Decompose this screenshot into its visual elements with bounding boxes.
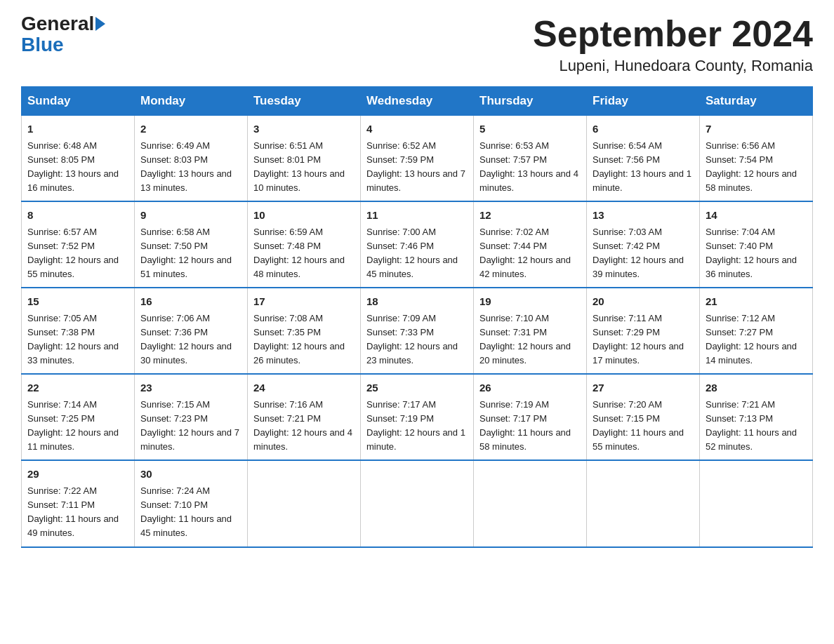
day-number: 18 [366,294,468,310]
calendar-cell: 16Sunrise: 7:06 AMSunset: 7:36 PMDayligh… [135,288,248,374]
day-info: Sunrise: 7:22 AMSunset: 7:11 PMDaylight:… [27,484,128,541]
day-info: Sunrise: 6:58 AMSunset: 7:50 PMDaylight:… [140,225,241,282]
logo-arrow-icon [95,17,105,31]
day-number: 16 [140,294,241,310]
day-number: 7 [706,121,807,137]
calendar-cell: 6Sunrise: 6:54 AMSunset: 7:56 PMDaylight… [587,116,700,202]
day-number: 10 [253,208,355,224]
calendar-cell: 22Sunrise: 7:14 AMSunset: 7:25 PMDayligh… [22,374,135,460]
day-info: Sunrise: 6:54 AMSunset: 7:56 PMDaylight:… [593,139,694,196]
day-info: Sunrise: 7:09 AMSunset: 7:33 PMDaylight:… [366,311,468,368]
calendar-cell: 11Sunrise: 7:00 AMSunset: 7:46 PMDayligh… [361,201,474,288]
calendar-cell: 5Sunrise: 6:53 AMSunset: 7:57 PMDaylight… [474,116,587,202]
day-info: Sunrise: 7:17 AMSunset: 7:19 PMDaylight:… [366,398,468,455]
calendar-cell: 19Sunrise: 7:10 AMSunset: 7:31 PMDayligh… [474,288,587,374]
day-info: Sunrise: 6:48 AMSunset: 8:05 PMDaylight:… [27,139,128,196]
day-number: 1 [27,121,128,137]
page-header: General Blue September 2024 Lupeni, Hune… [21,14,813,75]
header-wednesday: Wednesday [361,87,474,116]
calendar-cell: 3Sunrise: 6:51 AMSunset: 8:01 PMDaylight… [248,116,361,202]
calendar-cell: 2Sunrise: 6:49 AMSunset: 8:03 PMDaylight… [135,116,248,202]
calendar-cell: 23Sunrise: 7:15 AMSunset: 7:23 PMDayligh… [135,374,248,460]
day-number: 28 [706,380,807,396]
calendar-cell: 9Sunrise: 6:58 AMSunset: 7:50 PMDaylight… [135,201,248,288]
calendar-header-row: SundayMondayTuesdayWednesdayThursdayFrid… [22,87,813,116]
day-number: 8 [27,208,128,224]
calendar-cell: 26Sunrise: 7:19 AMSunset: 7:17 PMDayligh… [474,374,587,460]
day-number: 23 [140,380,241,396]
calendar-cell: 13Sunrise: 7:03 AMSunset: 7:42 PMDayligh… [587,201,700,288]
calendar-cell: 15Sunrise: 7:05 AMSunset: 7:38 PMDayligh… [22,288,135,374]
day-number: 2 [140,121,241,137]
day-number: 30 [140,467,241,483]
calendar-cell: 8Sunrise: 6:57 AMSunset: 7:52 PMDaylight… [22,201,135,288]
day-number: 22 [27,380,128,396]
calendar-cell: 28Sunrise: 7:21 AMSunset: 7:13 PMDayligh… [700,374,813,460]
day-info: Sunrise: 7:16 AMSunset: 7:21 PMDaylight:… [253,398,355,455]
day-info: Sunrise: 7:21 AMSunset: 7:13 PMDaylight:… [706,398,807,455]
calendar-table: SundayMondayTuesdayWednesdayThursdayFrid… [21,86,813,547]
day-number: 3 [253,121,355,137]
day-number: 26 [479,380,581,396]
location: Lupeni, Hunedoara County, Romania [533,57,813,75]
day-info: Sunrise: 7:04 AMSunset: 7:40 PMDaylight:… [706,225,807,282]
day-info: Sunrise: 6:56 AMSunset: 7:54 PMDaylight:… [706,139,807,196]
calendar-cell: 4Sunrise: 6:52 AMSunset: 7:59 PMDaylight… [361,116,474,202]
calendar-cell: 25Sunrise: 7:17 AMSunset: 7:19 PMDayligh… [361,374,474,460]
calendar-cell: 14Sunrise: 7:04 AMSunset: 7:40 PMDayligh… [700,201,813,288]
day-number: 21 [706,294,807,310]
calendar-cell [248,460,361,546]
calendar-cell: 21Sunrise: 7:12 AMSunset: 7:27 PMDayligh… [700,288,813,374]
calendar-cell: 1Sunrise: 6:48 AMSunset: 8:05 PMDaylight… [22,116,135,202]
calendar-cell [700,460,813,546]
day-info: Sunrise: 7:20 AMSunset: 7:15 PMDaylight:… [593,398,694,455]
day-info: Sunrise: 7:08 AMSunset: 7:35 PMDaylight:… [253,311,355,368]
day-info: Sunrise: 6:53 AMSunset: 7:57 PMDaylight:… [479,139,581,196]
title-block: September 2024 Lupeni, Hunedoara County,… [533,14,813,75]
logo: General Blue [21,14,105,56]
calendar-cell [587,460,700,546]
day-info: Sunrise: 7:19 AMSunset: 7:17 PMDaylight:… [479,398,581,455]
day-number: 20 [593,294,694,310]
day-info: Sunrise: 7:00 AMSunset: 7:46 PMDaylight:… [366,225,468,282]
header-sunday: Sunday [22,87,135,116]
day-info: Sunrise: 7:11 AMSunset: 7:29 PMDaylight:… [593,311,694,368]
day-info: Sunrise: 7:05 AMSunset: 7:38 PMDaylight:… [27,311,128,368]
day-info: Sunrise: 7:24 AMSunset: 7:10 PMDaylight:… [140,484,241,541]
calendar-cell: 29Sunrise: 7:22 AMSunset: 7:11 PMDayligh… [22,460,135,546]
day-info: Sunrise: 7:06 AMSunset: 7:36 PMDaylight:… [140,311,241,368]
day-number: 27 [593,380,694,396]
logo-general: General [21,14,94,34]
day-number: 25 [366,380,468,396]
logo-blue: Blue [21,34,64,56]
day-info: Sunrise: 6:49 AMSunset: 8:03 PMDaylight:… [140,139,241,196]
week-row-3: 15Sunrise: 7:05 AMSunset: 7:38 PMDayligh… [22,288,813,374]
header-thursday: Thursday [474,87,587,116]
day-info: Sunrise: 6:57 AMSunset: 7:52 PMDaylight:… [27,225,128,282]
day-info: Sunrise: 7:02 AMSunset: 7:44 PMDaylight:… [479,225,581,282]
calendar-cell: 27Sunrise: 7:20 AMSunset: 7:15 PMDayligh… [587,374,700,460]
day-number: 15 [27,294,128,310]
day-number: 9 [140,208,241,224]
day-number: 6 [593,121,694,137]
header-monday: Monday [135,87,248,116]
calendar-cell: 18Sunrise: 7:09 AMSunset: 7:33 PMDayligh… [361,288,474,374]
header-saturday: Saturday [700,87,813,116]
day-number: 12 [479,208,581,224]
day-number: 13 [593,208,694,224]
calendar-cell: 30Sunrise: 7:24 AMSunset: 7:10 PMDayligh… [135,460,248,546]
calendar-cell: 7Sunrise: 6:56 AMSunset: 7:54 PMDaylight… [700,116,813,202]
calendar-cell: 17Sunrise: 7:08 AMSunset: 7:35 PMDayligh… [248,288,361,374]
day-info: Sunrise: 6:52 AMSunset: 7:59 PMDaylight:… [366,139,468,196]
day-number: 24 [253,380,355,396]
calendar-cell [474,460,587,546]
week-row-4: 22Sunrise: 7:14 AMSunset: 7:25 PMDayligh… [22,374,813,460]
day-number: 4 [366,121,468,137]
week-row-1: 1Sunrise: 6:48 AMSunset: 8:05 PMDaylight… [22,116,813,202]
day-info: Sunrise: 7:14 AMSunset: 7:25 PMDaylight:… [27,398,128,455]
day-number: 14 [706,208,807,224]
day-info: Sunrise: 6:51 AMSunset: 8:01 PMDaylight:… [253,139,355,196]
day-number: 29 [27,467,128,483]
calendar-cell: 24Sunrise: 7:16 AMSunset: 7:21 PMDayligh… [248,374,361,460]
month-title: September 2024 [533,14,813,54]
